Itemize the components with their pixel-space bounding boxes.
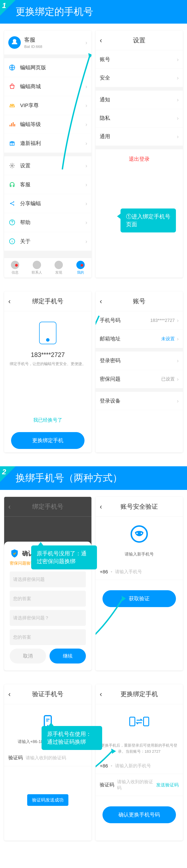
bubble-1: ①进入绑定手机号页面 [120, 209, 176, 232]
arrow-1 [59, 51, 91, 173]
menu-share[interactable]: 分享蝙蝠› [4, 194, 91, 213]
logout-button[interactable]: 退出登录 [96, 149, 183, 169]
row-label: 登录密码 [100, 357, 177, 364]
menu-support[interactable]: 客服› [4, 175, 91, 194]
safeverify-header: ‹ 账号安全验证 [96, 497, 183, 517]
menu-label: 分享蝙蝠 [20, 200, 85, 207]
code-label: 验证码 [8, 754, 23, 761]
secq-select-2[interactable]: 请选择密保问题？ [10, 610, 86, 626]
arrow-4 [96, 745, 120, 794]
secq-answer-1[interactable]: 您的答案 [10, 591, 86, 607]
change-phone-title: 更换绑定手机 [120, 690, 158, 699]
section-1-header: 1 更换绑定的手机号 [0, 0, 187, 24]
phone-hint: 绑定手机号，让您的蝙蝠号更安全、更便捷。 [8, 361, 87, 367]
settings-account[interactable]: 账号› [96, 50, 183, 69]
back-icon[interactable]: ‹ [100, 503, 102, 510]
tabbar: 信息 联系人 发现 我的 [4, 258, 91, 278]
tab-me[interactable]: 我的 [70, 258, 91, 278]
chevron-right-icon: › [177, 133, 179, 140]
change-phone-button[interactable]: 更换绑定手机 [11, 432, 84, 449]
bubble-2: 原手机号没用了：通过密保问题换绑 [31, 546, 97, 569]
svg-point-5 [13, 205, 14, 206]
section-1-title: 更换绑定的手机号 [15, 6, 93, 17]
chevron-right-icon: › [177, 115, 179, 121]
svg-point-2 [11, 165, 13, 166]
phone-prefix[interactable]: +86 [100, 569, 108, 575]
row-2: ‹ 绑定手机号 183****2727 绑定手机号，让您的蝙蝠号更安全、更便捷。… [0, 284, 187, 459]
screen-settings: ‹ 设置 账号› 安全› 通知› 隐私› 通用› 退出登录 ①进入绑定手机号页面 [96, 31, 183, 278]
swap-phone-icon [129, 711, 150, 732]
screen-safeverify: ‹ 账号安全验证 请输入新手机号 +86 ▾ 请输入手机号 获取验证 [96, 497, 183, 671]
menu-about[interactable]: 关于› [4, 232, 91, 251]
chevron-right-icon: › [85, 200, 87, 207]
account-phone[interactable]: 手机号码183****2727› [96, 311, 183, 330]
contacts-icon [33, 261, 41, 269]
secq-answer-2[interactable]: 您的答案 [10, 629, 86, 645]
row-value: 已设置 [161, 376, 175, 382]
rank-icon [8, 121, 16, 128]
chevron-right-icon: › [85, 39, 87, 46]
phone-bound-title: 绑定手机号 [32, 297, 63, 306]
badge-dot [80, 264, 83, 267]
account-email[interactable]: 邮箱地址未设置› [96, 330, 183, 348]
back-icon[interactable]: ‹ [8, 690, 10, 698]
settings-notification[interactable]: 通知› [96, 91, 183, 109]
code-input[interactable]: 请输入收到的验证码 [26, 755, 87, 761]
account-devices[interactable]: 登录设备› [96, 392, 183, 410]
code-input[interactable]: 请输入收到的验证码 [117, 779, 153, 791]
account-security-q[interactable]: 密保问题已设置› [96, 370, 183, 389]
menu-label: 客服 [20, 181, 85, 188]
chevron-right-icon: › [177, 75, 179, 81]
profile-id: Bat ID:668 [24, 44, 85, 49]
menu-help[interactable]: 帮助› [4, 213, 91, 232]
back-icon[interactable]: ‹ [8, 298, 10, 305]
svg-point-3 [10, 203, 11, 204]
profile-header[interactable]: 客服 Bat ID:668 › [4, 31, 91, 55]
phone-input-row[interactable]: +86 ▾ 请输入手机号 [96, 564, 183, 580]
row-4: ‹ 验证手机号 请输入+86-183****2727的验证码 验证码 请输入收到… [0, 677, 187, 847]
verify-title: 验证手机号 [32, 690, 63, 699]
tab-discover[interactable]: 发现 [48, 258, 70, 278]
section-2-title: 换绑手机号（两种方式） [15, 472, 122, 483]
phone-bound-header: ‹ 绑定手机号 [4, 291, 91, 311]
back-icon[interactable]: ‹ [100, 36, 102, 44]
settings-privacy[interactable]: 隐私› [96, 109, 183, 127]
step-number: 1 [2, 1, 6, 10]
settings-title: 设置 [133, 36, 145, 44]
vip-icon [8, 101, 16, 109]
row-label: 手机号码 [100, 317, 150, 324]
step-number: 2 [2, 468, 6, 476]
settings-general[interactable]: 通用› [96, 127, 183, 146]
changed-number-link[interactable]: 我已经换号了 [4, 412, 91, 429]
menu-label: 安全 [100, 74, 177, 82]
chevron-right-icon: › [177, 358, 179, 364]
svg-point-4 [13, 202, 14, 203]
confirm-change-button[interactable]: 确认更换手机号码 [103, 806, 176, 823]
support-icon [8, 181, 16, 188]
phone-input[interactable]: 请输入手机号 [115, 569, 179, 575]
gift-icon [8, 140, 16, 147]
menu-label: 通用 [100, 133, 177, 140]
row-value: 183****2727 [150, 318, 175, 323]
tab-messages[interactable]: 信息 [4, 258, 26, 278]
back-icon[interactable]: ‹ [100, 690, 102, 698]
secq-select-1[interactable]: 请选择密保问题 [10, 571, 86, 587]
toast-success: 验证码发送成功 [27, 794, 68, 806]
tab-contacts[interactable]: 联系人 [26, 258, 48, 278]
svg-point-11 [136, 533, 138, 534]
screen-profile: 客服 Bat ID:668 › 蝙蝠网页版› 蝙蝠商城› VIP享尊› 蝙蝠等级… [4, 31, 91, 278]
settings-security[interactable]: 安全› [96, 69, 183, 87]
back-icon[interactable]: ‹ [100, 298, 102, 305]
send-code-link[interactable]: 发送验证码 [156, 782, 179, 788]
chevron-right-icon: › [177, 317, 179, 323]
account-password[interactable]: 登录密码› [96, 351, 183, 370]
row-1: 客服 Bat ID:668 › 蝙蝠网页版› 蝙蝠商城› VIP享尊› 蝙蝠等级… [0, 24, 187, 284]
continue-button[interactable]: 继续 [49, 649, 86, 663]
chevron-right-icon: › [85, 181, 87, 188]
code-input-row[interactable]: 验证码 请输入收到的验证码 [4, 750, 91, 766]
gear-icon [8, 162, 16, 169]
new-phone-input[interactable]: 请输入新的手机号 [115, 763, 179, 769]
phone-icon [39, 322, 57, 344]
cancel-button[interactable]: 取消 [10, 649, 46, 663]
screen-change-phone: ‹ 更换绑定手机 更换手机后，重新登录后可使用新的手机号登录。当前账号：183 … [96, 684, 183, 841]
